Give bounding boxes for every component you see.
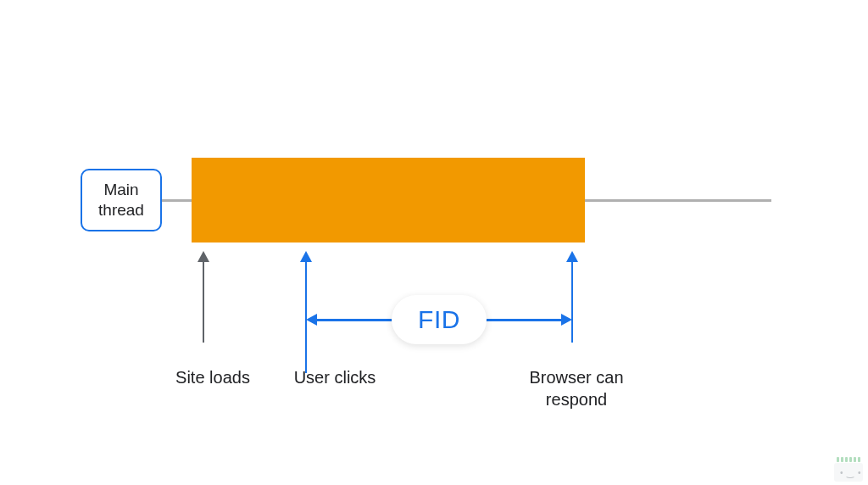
main-thread-label: Main thread [87, 180, 155, 220]
timeline-line-left [158, 199, 192, 202]
fid-pill: FID [392, 295, 487, 344]
user-clicks-label: User clicks [280, 366, 390, 388]
main-thread-box: Main thread [81, 169, 162, 231]
site-loads-label: Site loads [166, 366, 259, 388]
browser-respond-label: Browser can respond [526, 366, 627, 410]
arrow-shaft [203, 259, 205, 343]
fid-diagram: Main thread FID Site loads User clicks B… [0, 0, 868, 485]
fid-label: FID [418, 305, 460, 334]
arrow-right-icon [561, 314, 572, 326]
watermark-icon: • ‿ • [834, 456, 863, 482]
long-task-block [192, 158, 585, 242]
timeline-line-right [585, 199, 771, 202]
